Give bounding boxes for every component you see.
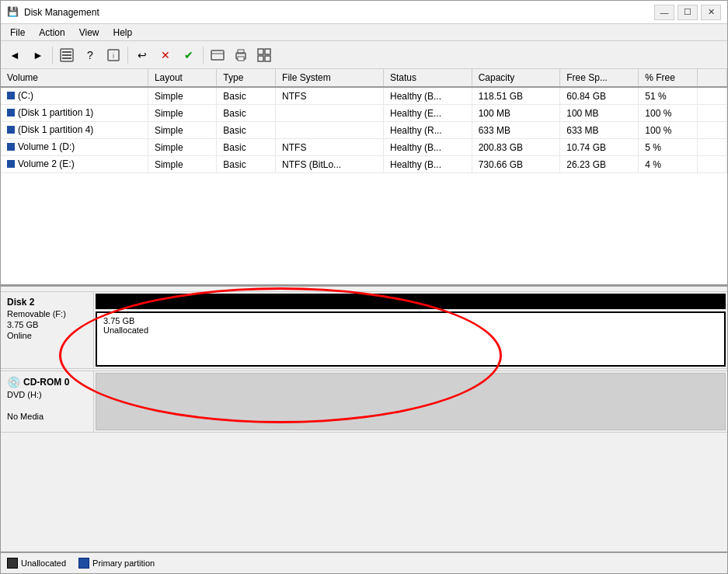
cell-filesystem: NTFS (BitLo... xyxy=(276,156,384,173)
col-free[interactable]: Free Sp... xyxy=(560,69,639,87)
disk2-partition-size: 3.75 GB xyxy=(103,316,718,325)
cell-type: Basic xyxy=(217,105,276,122)
legend-unallocated-icon xyxy=(7,558,18,569)
cdrom0-partition xyxy=(96,373,726,430)
toolbar-print[interactable] xyxy=(230,44,252,66)
minimize-button[interactable]: — xyxy=(654,5,674,20)
disk2-name: Disk 2 xyxy=(7,297,87,308)
vol-icon-square xyxy=(7,126,15,134)
col-capacity[interactable]: Capacity xyxy=(472,69,560,87)
cell-volume: (Disk 1 partition 1) xyxy=(1,105,148,122)
cell-filesystem: NTFS xyxy=(276,139,384,156)
cell-capacity: 200.83 GB xyxy=(472,139,560,156)
toolbar-disk-map[interactable] xyxy=(56,44,78,66)
cdrom0-row: 💿 CD-ROM 0 DVD (H:) No Media xyxy=(1,370,727,433)
cell-status: Healthy (B... xyxy=(383,139,472,156)
col-filesystem[interactable]: File System xyxy=(276,69,384,87)
cell-capacity: 730.66 GB xyxy=(472,156,560,173)
toolbar-new-disk[interactable] xyxy=(207,44,228,66)
toolbar-back[interactable]: ◄ xyxy=(4,44,26,66)
legend-unallocated-label: Unallocated xyxy=(21,558,66,568)
cell-capacity: 100 MB xyxy=(472,105,560,122)
toolbar-help[interactable]: ? xyxy=(79,44,101,66)
svg-text:i: i xyxy=(113,52,114,60)
col-layout[interactable]: Layout xyxy=(148,69,216,87)
toolbar: ◄ ► ? i ↩ ✕ ✔ xyxy=(1,41,727,69)
col-pct-free[interactable]: % Free xyxy=(639,69,698,87)
cell-status: Healthy (E... xyxy=(383,105,472,122)
cell-type: Basic xyxy=(217,139,276,156)
cell-free: 633 MB xyxy=(560,122,639,139)
cell-volume: Volume 1 (D:) xyxy=(1,139,148,156)
svg-rect-12 xyxy=(265,49,270,54)
cell-layout: Simple xyxy=(148,122,216,139)
cell-extra xyxy=(698,139,727,156)
svg-rect-13 xyxy=(258,56,263,61)
cdrom0-status: No Media xyxy=(7,412,87,421)
table-row[interactable]: (Disk 1 partition 4)SimpleBasicHealthy (… xyxy=(1,122,727,139)
cell-status: Healthy (B... xyxy=(383,87,472,105)
toolbar-sep-2 xyxy=(127,47,128,64)
table-row[interactable]: (Disk 1 partition 1)SimpleBasicHealthy (… xyxy=(1,105,727,122)
cell-extra xyxy=(698,156,727,173)
cell-pct_free: 100 % xyxy=(639,122,698,139)
vol-icon-square xyxy=(7,160,15,168)
disk-list-area: Volume Layout Type File System Status Ca… xyxy=(1,69,727,287)
cell-volume: (C:) xyxy=(1,87,148,105)
cell-layout: Simple xyxy=(148,139,216,156)
cell-status: Healthy (B... xyxy=(383,156,472,173)
svg-rect-10 xyxy=(238,57,244,61)
title-bar: 💾 Disk Management — ☐ ✕ xyxy=(1,1,727,24)
disk2-unallocated[interactable]: 3.75 GB Unallocated xyxy=(96,311,726,367)
disk-table: Volume Layout Type File System Status Ca… xyxy=(1,69,727,173)
cell-extra xyxy=(698,122,727,139)
table-row[interactable]: (C:)SimpleBasicNTFSHealthy (B...118.51 G… xyxy=(1,87,727,105)
menu-help[interactable]: Help xyxy=(107,26,139,40)
cell-capacity: 633 MB xyxy=(472,122,560,139)
cell-filesystem: NTFS xyxy=(276,87,384,105)
cell-pct_free: 51 % xyxy=(639,87,698,105)
col-volume[interactable]: Volume xyxy=(1,69,148,87)
app-icon: 💾 xyxy=(7,6,19,19)
disk2-partitions: 3.75 GB Unallocated xyxy=(94,292,727,368)
disk2-black-bar xyxy=(96,294,726,309)
cdrom0-type: DVD (H:) xyxy=(7,390,87,399)
legend-bar: Unallocated Primary partition xyxy=(1,551,727,573)
vol-icon-square xyxy=(7,109,15,117)
cell-filesystem xyxy=(276,122,384,139)
cell-free: 10.74 GB xyxy=(560,139,639,156)
toolbar-check[interactable]: ✔ xyxy=(178,44,200,66)
toolbar-undo[interactable]: ↩ xyxy=(131,44,153,66)
cell-type: Basic xyxy=(217,156,276,173)
disk-visual-area: Disk 2 Removable (F:) 3.75 GB Online 3.7… xyxy=(1,287,727,551)
menu-action[interactable]: Action xyxy=(33,26,71,40)
col-status[interactable]: Status xyxy=(383,69,472,87)
cell-pct_free: 100 % xyxy=(639,105,698,122)
vol-icon-square xyxy=(7,143,15,151)
title-bar-controls: — ☐ ✕ xyxy=(654,5,721,20)
svg-rect-6 xyxy=(211,50,224,60)
table-row[interactable]: Volume 2 (E:)SimpleBasicNTFS (BitLo...He… xyxy=(1,156,727,173)
menu-file[interactable]: File xyxy=(4,26,31,40)
col-type[interactable]: Type xyxy=(217,69,276,87)
table-row[interactable]: Volume 1 (D:)SimpleBasicNTFSHealthy (B..… xyxy=(1,139,727,156)
toolbar-sep-3 xyxy=(203,47,204,64)
toolbar-forward[interactable]: ► xyxy=(27,44,49,66)
main-window: 💾 Disk Management — ☐ ✕ File Action View… xyxy=(0,0,728,574)
toolbar-properties[interactable]: i xyxy=(103,44,124,66)
svg-rect-2 xyxy=(62,54,71,56)
disk2-status: Online xyxy=(7,331,87,340)
toolbar-delete[interactable]: ✕ xyxy=(155,44,176,66)
svg-rect-11 xyxy=(258,49,263,54)
main-content: Volume Layout Type File System Status Ca… xyxy=(1,69,727,573)
toolbar-sep-1 xyxy=(52,47,53,64)
col-extra xyxy=(698,69,727,87)
menu-view[interactable]: View xyxy=(73,26,106,40)
maximize-button[interactable]: ☐ xyxy=(677,5,698,20)
toolbar-grid[interactable] xyxy=(253,44,275,66)
cell-free: 100 MB xyxy=(560,105,639,122)
disk2-row: Disk 2 Removable (F:) 3.75 GB Online 3.7… xyxy=(1,291,727,369)
disk2-type: Removable (F:) xyxy=(7,309,87,318)
legend-primary: Primary partition xyxy=(78,558,155,569)
close-button[interactable]: ✕ xyxy=(701,5,721,20)
